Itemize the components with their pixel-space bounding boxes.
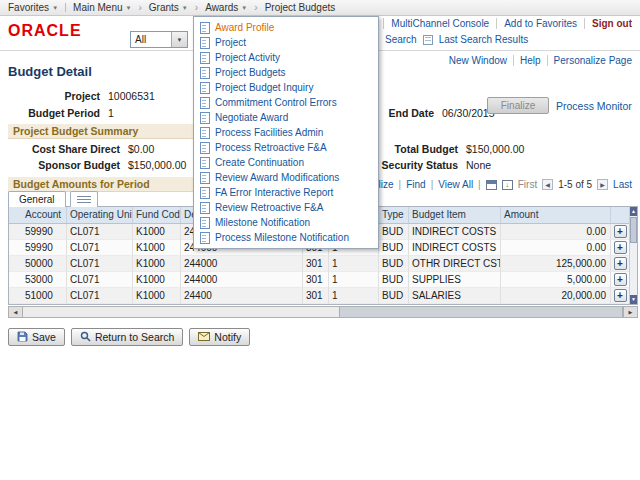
scrollbar-thumb[interactable] xyxy=(630,217,637,243)
find-link[interactable]: Find xyxy=(406,179,425,190)
total-budget-value: $150,000.00 xyxy=(466,143,524,155)
help-link[interactable]: Help xyxy=(514,55,548,66)
menu-item[interactable]: Commitment Control Errors xyxy=(194,95,378,110)
search-link[interactable]: Search xyxy=(385,34,417,45)
scroll-right-icon[interactable]: ▶ xyxy=(623,307,637,317)
cell-program: 301 xyxy=(303,288,329,304)
menu-item[interactable]: Process Retroactive F&A xyxy=(194,140,378,155)
cell-program: 301 xyxy=(303,272,329,288)
cell-account: 59990 xyxy=(9,240,67,256)
tab-general[interactable]: General xyxy=(8,191,66,207)
menu-item-label: Create Continuation xyxy=(215,157,304,168)
column-header[interactable]: Account xyxy=(9,207,67,223)
grid-horizontal-scrollbar[interactable]: ◀ ▶ xyxy=(8,306,638,318)
save-button[interactable]: Save xyxy=(8,328,65,346)
breadcrumb-item-project-budgets[interactable]: Project Budgets xyxy=(265,2,336,13)
cell-fund-code: K1000 xyxy=(133,256,181,272)
menu-item[interactable]: Project Activity xyxy=(194,50,378,65)
cell-operating-unit: CL071 xyxy=(67,224,133,240)
document-icon xyxy=(200,97,210,109)
next-page-icon[interactable]: ▶ xyxy=(597,179,608,190)
add-row-button[interactable]: + xyxy=(614,225,627,238)
cell-amount: 125,000.00 xyxy=(501,256,611,272)
menu-item[interactable]: Project xyxy=(194,35,378,50)
column-header[interactable]: Fund Code xyxy=(133,207,181,223)
last-search-results-link[interactable]: Last Search Results xyxy=(439,34,529,45)
menu-item[interactable]: Milestone Notification xyxy=(194,215,378,230)
sponsor-budget-value: $150,000.00 xyxy=(128,159,186,171)
cell-department: 244000 xyxy=(181,256,303,272)
menu-item[interactable]: Review Award Modifications xyxy=(194,170,378,185)
breadcrumb-label: Favorites xyxy=(8,2,49,13)
cell-fund-code: K1000 xyxy=(133,224,181,240)
personalize-page-link[interactable]: Personalize Page xyxy=(548,55,632,66)
previous-page-icon[interactable]: ◀ xyxy=(542,179,553,190)
view-all-link[interactable]: View All xyxy=(438,179,473,190)
breadcrumb-item-grants[interactable]: Grants ▼ xyxy=(149,2,188,13)
document-icon xyxy=(200,37,210,49)
column-header[interactable]: Type xyxy=(379,207,409,223)
menu-item-label: Process Milestone Notification xyxy=(215,232,349,243)
scroll-up-icon[interactable]: ▲ xyxy=(630,207,637,216)
cell-type: BUD xyxy=(379,288,409,304)
multichannel-console-link[interactable]: MultiChannel Console xyxy=(384,18,497,29)
column-header[interactable]: Amount xyxy=(501,207,611,223)
breadcrumb-item-main-menu[interactable]: Main Menu ▼ xyxy=(73,2,131,13)
cell-fund-code: K1000 xyxy=(133,272,181,288)
cell-amount: 0.00 xyxy=(501,224,611,240)
menu-item[interactable]: Review Retroactive F&A xyxy=(194,200,378,215)
pager-last[interactable]: Last xyxy=(613,179,632,190)
grid-vertical-scrollbar[interactable]: ▲ ▼ xyxy=(629,207,637,304)
search-scope-select[interactable]: All ▼ xyxy=(130,31,188,48)
cell-operating-unit: CL071 xyxy=(67,256,133,272)
menu-item-label: FA Error Interactive Report xyxy=(215,187,333,198)
breadcrumb-label: Project Budgets xyxy=(265,2,336,13)
add-to-favorites-link[interactable]: Add to Favorites xyxy=(497,18,585,29)
menu-item[interactable]: Process Milestone Notification xyxy=(194,230,378,245)
breadcrumb-item-awards[interactable]: Awards ▼ xyxy=(205,2,247,13)
cost-share-direct-label: Cost Share Direct xyxy=(8,143,120,155)
table-row: 53000 CL071 K1000 244000 301 1 BUD SUPPL… xyxy=(9,272,629,288)
menu-item[interactable]: Award Profile xyxy=(194,20,378,35)
cell-account: 59990 xyxy=(9,224,67,240)
chevron-down-icon: ▼ xyxy=(182,5,188,11)
menu-item[interactable]: Create Continuation xyxy=(194,155,378,170)
menu-item-label: Review Retroactive F&A xyxy=(215,202,323,213)
finalize-button[interactable]: Finalize xyxy=(487,97,549,114)
process-monitor-link[interactable]: Process Monitor xyxy=(556,100,632,112)
notify-button[interactable]: Notify xyxy=(189,328,250,346)
return-to-search-icon xyxy=(80,331,91,344)
add-row-button[interactable]: + xyxy=(614,241,627,254)
breadcrumb-item-favorites[interactable]: Favorites ▼ xyxy=(8,2,58,13)
chevron-down-icon: ▼ xyxy=(126,5,132,11)
menu-item-label: Project Budget Inquiry xyxy=(215,82,313,93)
show-all-columns-tab[interactable] xyxy=(70,191,98,207)
new-window-link[interactable]: New Window xyxy=(443,55,514,66)
return-to-search-button[interactable]: Return to Search xyxy=(71,328,183,346)
add-row-button[interactable]: + xyxy=(614,257,627,270)
add-row-button[interactable]: + xyxy=(614,273,627,286)
document-icon xyxy=(200,202,210,214)
column-header-actions xyxy=(611,207,629,223)
menu-item[interactable]: Process Facilities Admin xyxy=(194,125,378,140)
page-links: New Window Help Personalize Page xyxy=(443,55,632,66)
download-icon[interactable]: ↓ xyxy=(502,180,513,190)
cell-fund-code: K1000 xyxy=(133,240,181,256)
column-header[interactable]: Budget Item xyxy=(409,207,501,223)
pager-first[interactable]: First xyxy=(518,179,537,190)
scroll-down-icon[interactable]: ▼ xyxy=(630,295,637,304)
sign-out-link[interactable]: Sign out xyxy=(585,18,632,29)
column-header[interactable]: Operating Unit xyxy=(67,207,133,223)
document-icon xyxy=(200,217,210,229)
zoom-grid-icon[interactable] xyxy=(486,180,497,190)
menu-item[interactable]: Negotiate Award xyxy=(194,110,378,125)
add-row-button[interactable]: + xyxy=(614,289,627,302)
menu-item[interactable]: Project Budget Inquiry xyxy=(194,80,378,95)
save-label: Save xyxy=(32,331,56,343)
menu-item[interactable]: Project Budgets xyxy=(194,65,378,80)
scrollbar-thumb[interactable] xyxy=(339,307,623,317)
cell-operating-unit: CL071 xyxy=(67,240,133,256)
scroll-left-icon[interactable]: ◀ xyxy=(9,307,23,317)
menu-item[interactable]: FA Error Interactive Report xyxy=(194,185,378,200)
document-icon xyxy=(200,172,210,184)
